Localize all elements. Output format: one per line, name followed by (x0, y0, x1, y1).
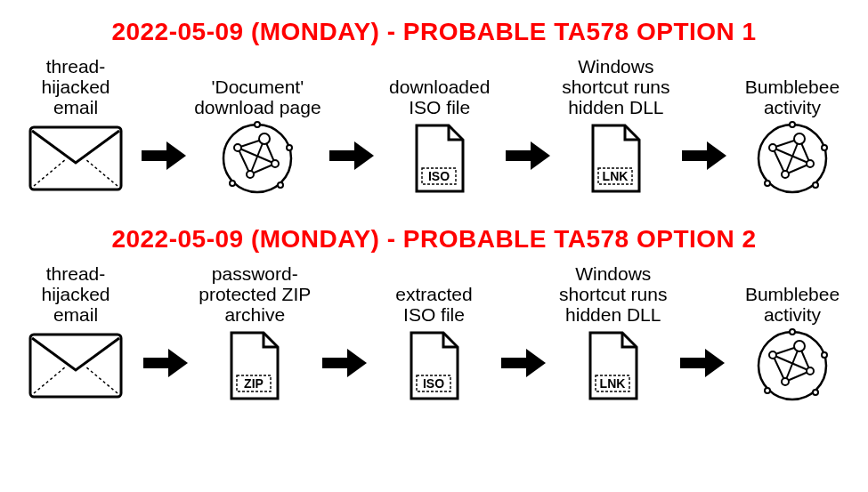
flow2-step-1-label: thread- hijacked email (41, 262, 110, 325)
flow1-step-2-label: 'Document' download page (194, 55, 320, 117)
flow2-step-4: Windows shortcut runs hidden DLL LNK (556, 262, 671, 401)
svg-point-36 (765, 181, 770, 186)
svg-point-59 (813, 390, 818, 395)
file-icon: LNK (567, 123, 665, 194)
svg-point-31 (807, 160, 814, 167)
svg-point-11 (259, 133, 270, 144)
network-icon (743, 123, 841, 194)
svg-point-12 (272, 160, 279, 167)
flow2-step-2-label: password- protected ZIP archive (199, 262, 311, 325)
svg-line-38 (34, 367, 66, 393)
flow1-step-3: downloaded ISO file ISO (382, 55, 498, 194)
flow2-step-3: extracted ISO file ISO (377, 262, 492, 401)
file-icon: ZIP (206, 330, 304, 401)
arrow-icon (504, 77, 552, 172)
svg-text:ISO: ISO (422, 376, 443, 391)
svg-text:LNK: LNK (599, 376, 625, 391)
flow1-step-5: Bumblebee activity (734, 55, 850, 194)
arrow-icon (680, 77, 728, 172)
svg-point-60 (765, 388, 770, 393)
svg-point-10 (234, 144, 241, 151)
arrow-icon (328, 77, 376, 172)
flow1-step-3-label: downloaded ISO file (389, 55, 490, 117)
envelope-icon (27, 330, 125, 401)
svg-point-57 (790, 329, 795, 335)
network-icon (743, 330, 841, 401)
svg-line-2 (85, 159, 118, 186)
flow2-step-3-label: extracted ISO file (395, 262, 472, 325)
flow2-step-2: password- protected ZIP archive ZIP (197, 262, 312, 401)
arrow-icon (140, 77, 188, 172)
flow1-step-4: Windows shortcut runs hidden DLL LNK (558, 55, 674, 194)
flow1-title: 2022-05-09 (MONDAY) - PROBABLE TA578 OPT… (9, 18, 859, 46)
svg-text:LNK: LNK (602, 169, 628, 183)
flow2-row: thread- hijacked email password- protect… (18, 262, 850, 401)
svg-point-17 (230, 181, 235, 186)
svg-point-29 (769, 144, 776, 151)
arrow-icon (678, 285, 726, 379)
flow1-step-1-label: thread- hijacked email (41, 55, 110, 117)
envelope-icon (27, 123, 125, 194)
flow2-step-5-label: Bumblebee activity (745, 262, 840, 325)
flow2-step-5: Bumblebee activity (734, 262, 850, 401)
svg-point-56 (782, 378, 789, 385)
flow1-step-5-label: Bumblebee activity (745, 55, 840, 117)
svg-text:ZIP: ZIP (244, 376, 264, 391)
svg-point-53 (769, 351, 776, 359)
svg-point-15 (287, 145, 292, 150)
svg-point-16 (278, 182, 283, 188)
svg-line-39 (85, 367, 118, 393)
svg-point-30 (794, 133, 805, 144)
svg-point-58 (822, 352, 827, 358)
flow1-step-1: thread- hijacked email (18, 55, 134, 194)
arrow-icon (499, 285, 548, 379)
file-icon: ISO (391, 123, 489, 194)
flow1-row: thread- hijacked email 'Document' downlo… (18, 55, 850, 194)
svg-point-54 (794, 341, 805, 351)
flow2-title: 2022-05-09 (MONDAY) - PROBABLE TA578 OPT… (9, 225, 859, 254)
file-icon: LNK (564, 330, 662, 401)
svg-rect-37 (30, 335, 121, 397)
file-icon: ISO (385, 330, 483, 401)
svg-point-33 (790, 122, 795, 127)
svg-text:ISO: ISO (428, 169, 450, 183)
flow2-step-1: thread- hijacked email (18, 262, 134, 401)
arrow-icon (320, 285, 369, 379)
svg-point-34 (822, 145, 827, 150)
svg-line-1 (34, 159, 66, 186)
flow2-step-4-label: Windows shortcut runs hidden DLL (559, 262, 667, 325)
flow1-step-4-label: Windows shortcut runs hidden DLL (562, 55, 669, 117)
svg-point-14 (255, 122, 260, 127)
svg-rect-0 (30, 127, 121, 190)
arrow-icon (142, 285, 190, 379)
network-icon (208, 123, 306, 194)
svg-point-32 (782, 171, 789, 178)
flow1-step-2: 'Document' download page (194, 55, 320, 194)
svg-point-55 (807, 367, 814, 375)
svg-point-35 (813, 182, 818, 188)
svg-point-13 (247, 171, 254, 178)
